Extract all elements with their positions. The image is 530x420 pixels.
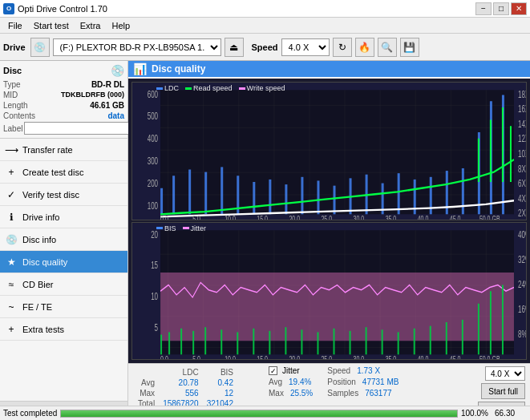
svg-rect-24 — [269, 180, 271, 214]
legend-read-speed-dot — [185, 87, 192, 90]
sidebar: Disc 💿 Type BD-R DL MID TDKBLDRFB (000) … — [0, 61, 128, 420]
menu-help[interactable]: Help — [107, 19, 135, 32]
legend-jitter-dot — [183, 227, 189, 229]
sidebar-item-create-test-disc[interactable]: + Create test disc — [0, 161, 127, 184]
disc-refresh-icon[interactable]: 💿 — [111, 64, 124, 77]
svg-rect-85 — [430, 325, 431, 354]
svg-rect-78 — [317, 332, 318, 354]
refresh-button[interactable]: ↻ — [333, 38, 352, 57]
disc-mid-value: TDKBLDRFB (000) — [61, 91, 124, 99]
start-full-button[interactable]: Start full — [481, 383, 525, 399]
svg-rect-72 — [220, 329, 222, 354]
sidebar-item-label-cd-bier: CD Bier — [22, 280, 54, 289]
sidebar-item-extra-tests[interactable]: + Extra tests — [0, 318, 127, 341]
verify-button[interactable]: 🔍 — [378, 38, 397, 57]
samples-val: 763177 — [365, 389, 391, 398]
extra-tests-icon: + — [5, 323, 18, 336]
disc-type-label: Type — [3, 80, 21, 89]
svg-rect-84 — [414, 328, 415, 354]
svg-text:15: 15 — [151, 260, 158, 270]
svg-text:25.0: 25.0 — [321, 214, 332, 219]
menu-extra[interactable]: Extra — [75, 19, 106, 32]
disc-contents-value: data — [107, 111, 124, 120]
toolbar: Drive 💿 (F:) PLEXTOR BD-R PX-LB950SA 1.0… — [0, 34, 530, 61]
sidebar-item-disc-quality[interactable]: ★ Disc quality — [0, 251, 127, 273]
svg-text:4X: 4X — [518, 193, 526, 204]
drive-select[interactable]: (F:) PLEXTOR BD-R PX-LB950SA 1.06 — [53, 38, 221, 56]
chart-title: Disc quality — [152, 63, 205, 75]
svg-rect-86 — [446, 322, 447, 354]
sidebar-item-verify-test-disc[interactable]: ✓ Verify test disc — [0, 184, 127, 206]
maximize-button[interactable]: □ — [493, 2, 509, 15]
fe-te-icon: ~ — [5, 301, 18, 313]
svg-rect-36 — [462, 168, 464, 214]
jitter-checkbox[interactable]: ✓ — [269, 366, 277, 375]
svg-rect-82 — [382, 329, 383, 354]
legend-ldc-dot — [156, 87, 163, 90]
top-chart: LDC Read speed Write speed — [131, 82, 527, 220]
disc-label-row: Label ⚙ — [3, 122, 124, 135]
drive-info-icon: ℹ — [5, 211, 18, 224]
disc-label-input[interactable] — [24, 122, 131, 135]
sidebar-item-label-disc-info: Disc info — [22, 235, 56, 244]
status-text: Test completed — [3, 409, 57, 418]
menu-start-test[interactable]: Start test — [29, 19, 74, 32]
svg-text:45.0: 45.0 — [450, 354, 461, 359]
svg-text:45.0: 45.0 — [450, 214, 461, 219]
svg-rect-76 — [285, 327, 286, 354]
sidebar-item-label-fe-te: FE / TE — [22, 302, 52, 312]
disc-title: Disc — [3, 66, 22, 75]
burn-button[interactable]: 🔥 — [355, 38, 374, 57]
sidebar-item-cd-bier[interactable]: ≈ CD Bier — [0, 273, 127, 296]
svg-rect-28 — [334, 186, 336, 215]
svg-rect-66 — [160, 273, 514, 341]
svg-text:100: 100 — [148, 200, 159, 211]
disc-panel: Disc 💿 Type BD-R DL MID TDKBLDRFB (000) … — [0, 61, 127, 139]
progress-bar-fill — [61, 410, 457, 417]
svg-text:10.0: 10.0 — [225, 214, 236, 219]
minimize-button[interactable]: − — [475, 2, 492, 15]
drive-label: Drive — [3, 42, 26, 52]
legend-jitter: Jitter — [183, 224, 207, 232]
disc-label-label: Label — [3, 124, 22, 133]
sidebar-item-drive-info[interactable]: ℹ Drive info — [0, 206, 127, 228]
titlebar-buttons: − □ ✕ — [475, 2, 527, 15]
legend-bis-dot — [156, 227, 163, 229]
app-icon: O — [3, 3, 14, 14]
save-button[interactable]: 💾 — [400, 38, 419, 57]
eject-button[interactable]: ⏏ — [225, 38, 244, 57]
col-header-bis: BIS — [204, 368, 237, 377]
svg-rect-41 — [490, 120, 492, 183]
svg-text:400: 400 — [148, 134, 159, 144]
svg-text:8%: 8% — [518, 328, 526, 338]
disc-mid-row: MID TDKBLDRFB (000) — [3, 91, 124, 99]
svg-text:18X: 18X — [518, 89, 526, 99]
disc-info-icon: 💿 — [5, 233, 18, 246]
drive-icon-btn[interactable]: 💿 — [30, 38, 50, 57]
svg-rect-80 — [350, 330, 351, 353]
sidebar-item-disc-info[interactable]: 💿 Disc info — [0, 228, 127, 251]
disc-length-label: Length — [3, 101, 28, 110]
svg-rect-26 — [301, 177, 303, 214]
sidebar-item-fe-te[interactable]: ~ FE / TE — [0, 296, 127, 318]
titlebar: O Opti Drive Control 1.70 − □ ✕ — [0, 0, 530, 18]
svg-rect-71 — [204, 327, 206, 354]
disc-quality-icon: ★ — [5, 256, 18, 269]
speed-display: 66.30 — [495, 409, 527, 418]
menu-file[interactable]: File — [3, 19, 27, 32]
speed-select[interactable]: 4.0 X — [281, 38, 330, 56]
svg-rect-17 — [160, 188, 163, 215]
speed-select-mini[interactable]: 4.0 X — [485, 366, 525, 381]
svg-rect-69 — [180, 328, 182, 354]
svg-text:40.0: 40.0 — [418, 354, 429, 359]
sidebar-item-transfer-rate[interactable]: ⟶ Transfer rate — [0, 139, 127, 161]
max-label: Max — [135, 389, 158, 398]
svg-rect-73 — [237, 332, 238, 354]
max-ldc: 556 — [160, 389, 202, 398]
bottom-chart-legend: BIS Jitter — [156, 224, 206, 232]
disc-length-value: 46.61 GB — [90, 101, 124, 110]
avg-label2: Avg — [269, 378, 282, 386]
app-title: Opti Drive Control 1.70 — [18, 4, 107, 14]
close-button[interactable]: ✕ — [511, 2, 527, 15]
transfer-rate-icon: ⟶ — [5, 143, 18, 156]
